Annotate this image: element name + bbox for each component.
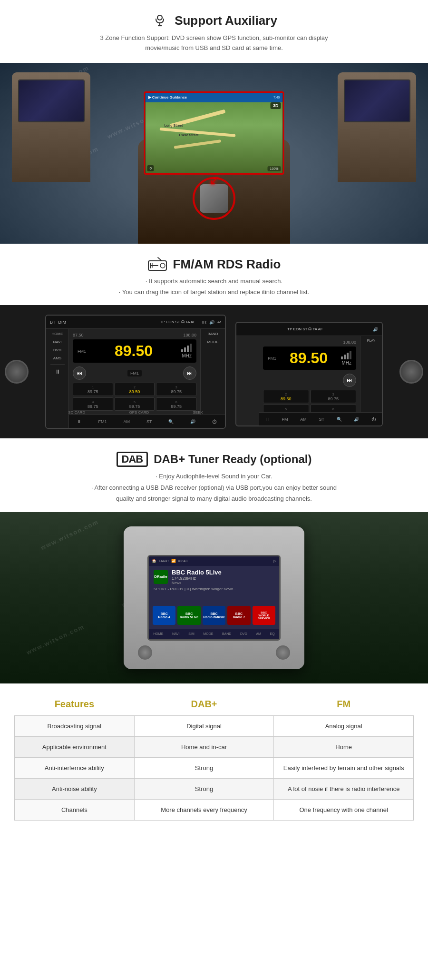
right-headrest <box>338 72 416 182</box>
svg-rect-10 <box>184 347 186 352</box>
dab-title: DAB+ Tuner Ready (optional) <box>154 453 311 466</box>
dab-sport-ticker: SPORT - RUGBY [31] Warrington winger Kev… <box>154 587 274 591</box>
svg-rect-11 <box>187 346 189 352</box>
mode-btn[interactable]: MODE <box>207 340 219 344</box>
radio-right-panel: BAND MODE <box>200 329 225 415</box>
dab-desc2: · After connecting a USB DAB receiver (o… <box>38 482 390 493</box>
radio-ui-block: www.witson.com www.witson.com BTDIM TP E… <box>0 305 428 438</box>
svg-line-8 <box>158 257 162 261</box>
dab-channels: More channels every frequency <box>134 799 274 820</box>
row-interference: Anti-interfernce ability Strong Easily i… <box>15 757 414 778</box>
dab-station-name: BBC Radio 5Live <box>172 569 222 576</box>
dab-status-bar: 🏠 DAB+ 📶 01:43 ▷ <box>149 556 279 566</box>
preset-1[interactable]: 1Broadcasting signal89.75 <box>73 383 113 396</box>
pause-btn[interactable]: ⏸ <box>55 368 60 375</box>
radio-title: FM/AM RDS Radio <box>173 257 281 272</box>
th-features: Features <box>15 693 135 716</box>
nav-top-bar: ▶ Continue Guidance 7:49 <box>146 93 283 102</box>
dab-desc1: · Enjoy Audiophile-level Sound in your C… <box>38 471 390 482</box>
aux-icon <box>151 11 169 30</box>
ch-bbc5[interactable]: BBCRadio 5Live <box>177 606 200 625</box>
band-btn[interactable]: BAND <box>207 332 218 336</box>
compare-table: Features DAB+ FM Broadcasting signal Dig… <box>14 693 414 821</box>
section-dab: DAB DAB+ Tuner Ready (optional) · Enjoy … <box>0 438 428 512</box>
dab-interference: Strong <box>134 757 274 778</box>
preset-6[interactable]: 689.75 <box>156 397 196 411</box>
dab-station-type: News <box>172 581 222 585</box>
radio-bottom-bar-main: ⏸ FM1 AM ST 🔍 🔊 ⏻ <box>69 415 225 428</box>
th-dab: DAB+ <box>134 693 274 716</box>
feature-broadcasting: Broadcasting signal <box>15 715 135 736</box>
radio-card-labels: SD CARD GPS CARD SEEK <box>46 410 225 415</box>
svg-rect-15 <box>347 353 349 359</box>
svg-point-4 <box>160 263 165 268</box>
radio-presets: 1Broadcasting signal89.75 289.50 389.75 … <box>73 383 196 411</box>
right-headrest-screen <box>344 79 410 122</box>
dab-screen-content: 🏠 DAB+ 📶 01:43 ▷ DRadle BBC Radio 5Live … <box>149 556 279 639</box>
nav-3d-badge: 3D <box>271 102 281 109</box>
dab-knob-left[interactable] <box>138 645 152 660</box>
preset-sec-2[interactable]: 289.50 <box>263 390 309 403</box>
radio-header: FM/AM RDS Radio <box>38 257 390 272</box>
dab-desc3: quality and stronger signal to many digi… <box>38 493 390 504</box>
next-btn[interactable]: ⏭ <box>183 366 196 380</box>
section-compare: Features DAB+ FM Broadcasting signal Dig… <box>0 683 428 835</box>
dab-channels-row: BBCRadio 4 BBCRadio 5Live BBCRadio 6Musi… <box>149 606 279 625</box>
dvd-btn[interactable]: DVD <box>53 348 61 352</box>
dab-header: DAB DAB+ Tuner Ready (optional) <box>38 452 390 467</box>
auxiliary-desc2: movie/music from USB and SD card at same… <box>38 43 390 53</box>
navi-btn[interactable]: NAVI <box>53 340 61 344</box>
feature-environment: Applicable environment <box>15 736 135 757</box>
dab-environment: Home and in-car <box>134 736 274 757</box>
sec-next-btn[interactable]: ⏭ <box>343 374 356 387</box>
signal-icon <box>181 344 192 352</box>
ams-btn[interactable]: AMS <box>53 356 61 360</box>
dab-noise: Strong <box>134 778 274 799</box>
svg-rect-14 <box>344 355 346 359</box>
row-noise: Anti-noise ability Strong A lot of nosie… <box>15 778 414 799</box>
feature-noise: Anti-noise ability <box>15 778 135 799</box>
radio-top-bar-sec: TP EON ST ☊ TA AF 🔊 <box>236 323 382 336</box>
fm-noise: A lot of nosie if there is radio interfe… <box>274 778 414 799</box>
ch-bbc-world[interactable]: BBCWORLDSERVICE <box>253 606 275 625</box>
ch-bbc6[interactable]: BBCRadio 6Music <box>203 606 225 625</box>
knob-left[interactable] <box>5 360 29 384</box>
section-auxiliary: Support Auxiliary 3 Zone Function Suppor… <box>0 0 428 63</box>
radio-sec-controls: ⏭ <box>263 374 356 387</box>
dab-image-block: www.witson.com www.witson.com www.witson… <box>0 512 428 683</box>
dab-knob-right[interactable] <box>276 645 290 660</box>
radio-top-bar-main: BTDIM TP EON ST ☊ TA AF IR 🔊↩ <box>46 316 225 329</box>
preset-sec-3[interactable]: 389.75 <box>311 390 357 403</box>
radio-controls: ⏮ FM1 ⏭ <box>73 366 196 380</box>
ch-bbc4[interactable]: BBCRadio 4 <box>153 606 175 625</box>
preset-4[interactable]: 489.75 <box>73 397 113 411</box>
ch-bbc7[interactable]: BBCRadio 7 <box>227 606 250 625</box>
radio-bottom-bar-sec: ⏸ FM AM ST 🔍 🔊 ⏻ <box>259 412 382 426</box>
radio-freq-display: FM1 89.50 MHz <box>73 339 196 363</box>
auxiliary-title: Support Auxiliary <box>175 13 277 28</box>
home-btn[interactable]: HOME <box>52 332 63 336</box>
fm-environment: Home <box>274 736 414 757</box>
dab-logo: DAB <box>117 452 148 467</box>
svg-rect-16 <box>350 351 351 359</box>
dab-station-freq: 174.928MHz <box>172 576 222 581</box>
preset-2[interactable]: 289.50 <box>115 383 155 396</box>
car-interior-image: www.witson.com www.witson.com www.witson… <box>0 63 428 244</box>
preset-5[interactable]: 589.75 <box>115 397 155 411</box>
radio-freq-range: 87.50 108.00 <box>73 333 196 337</box>
radio-unit-main: BTDIM TP EON ST ☊ TA AF IR 🔊↩ HOME NAVI … <box>45 315 226 429</box>
radio-desc2: · You can drag the icon of target statio… <box>38 287 390 297</box>
dab-bottom-nav: HOME NAVI SIM MODE BAND DVD AM EQ <box>149 629 279 639</box>
radio-sec-freq-display: FM1 89.50 MHz <box>263 346 356 370</box>
preset-3[interactable]: 389.75 <box>156 383 196 396</box>
fm-channels: One frequency with one channel <box>274 799 414 820</box>
dab-screen: 🏠 DAB+ 📶 01:43 ▷ DRadle BBC Radio 5Live … <box>147 555 281 641</box>
prev-btn[interactable]: ⏮ <box>73 366 86 380</box>
knob-right[interactable] <box>399 360 423 384</box>
radio-icon <box>147 257 167 271</box>
nav-screen: ▶ Continue Guidance 7:49 3D Long Street … <box>144 91 284 175</box>
left-headrest <box>12 72 90 182</box>
row-environment: Applicable environment Home and in-car H… <box>15 736 414 757</box>
dab-broadcasting: Digital signal <box>134 715 274 736</box>
left-headrest-screen <box>18 79 85 122</box>
